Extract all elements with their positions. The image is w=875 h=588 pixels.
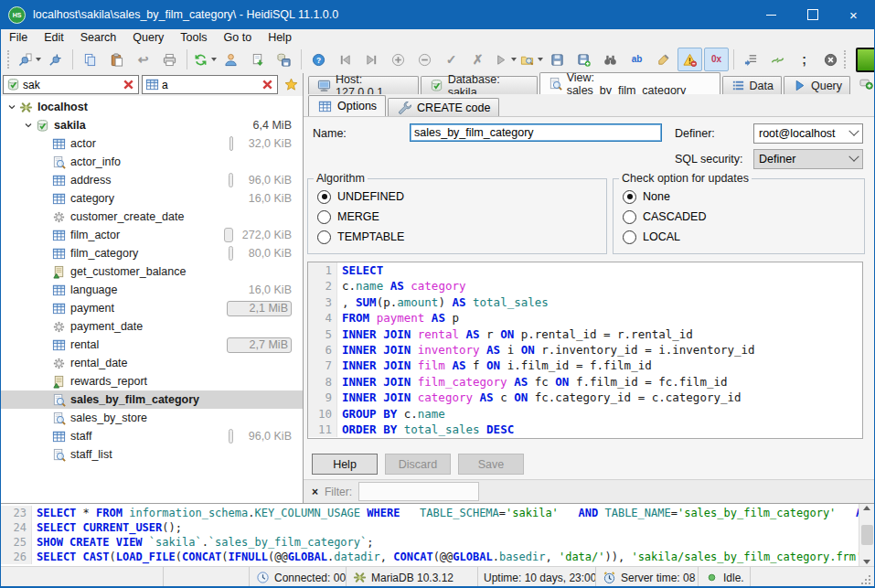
filter-close-icon[interactable]: × [312, 486, 318, 498]
session-manager-button[interactable] [16, 48, 41, 71]
toolbar-grip[interactable] [844, 50, 848, 69]
log-scrollbar[interactable] [859, 504, 874, 566]
favorites-button[interactable] [281, 75, 301, 94]
tree-item-rewards_report[interactable]: rewards_report [1, 372, 303, 390]
check-option-radio-local[interactable]: LOCAL [614, 227, 864, 247]
semicolon-delimiter-button[interactable]: ; [792, 48, 816, 71]
add-record-button[interactable] [386, 48, 411, 71]
table-filter-input[interactable] [162, 79, 258, 91]
chevron-down-icon[interactable] [21, 120, 35, 131]
tree-item-sakila[interactable]: sakila6,4 MiB [1, 116, 303, 134]
undo-button[interactable]: ↩ [131, 48, 155, 71]
stop-button[interactable] [818, 48, 843, 71]
sql-log-panel[interactable]: 23SELECT * FROM information_schema.KEY_C… [1, 503, 874, 566]
definer-select[interactable]: root@localhost [753, 123, 863, 144]
tree-item-rental_date[interactable]: rental_date [1, 354, 303, 372]
scroll-thumb[interactable] [861, 525, 873, 545]
reconnect-button[interactable] [765, 48, 790, 71]
tree-item-film_actor[interactable]: film_actor272,0 KiB [1, 226, 303, 244]
algorithm-radio-temptable[interactable]: TEMPTABLE [308, 227, 606, 247]
tree-item-staff_list[interactable]: staff_list [1, 445, 303, 464]
discard-button[interactable]: Discard [385, 454, 451, 475]
tree-item-address[interactable]: address96,0 KiB [1, 171, 303, 189]
menu-item-search[interactable]: Search [72, 30, 125, 45]
subtab-create-code[interactable]: CREATE code [388, 98, 499, 116]
save-sql-as-button[interactable] [571, 48, 596, 71]
user-manager-button[interactable] [219, 48, 243, 71]
tree-item-payment_date[interactable]: payment_date [1, 317, 303, 336]
menu-item-query[interactable]: Query [124, 30, 172, 45]
menu-item-tools[interactable]: Tools [172, 30, 215, 45]
view-sql-editor[interactable]: 1SELECT2c.name AS category3, SUM(p.amoun… [307, 262, 863, 439]
check-option-radio-cascaded[interactable]: CASCADED [614, 207, 864, 227]
menu-item-help[interactable]: Help [260, 30, 300, 45]
dropdown-arrow-icon[interactable] [36, 58, 41, 61]
warn-unsafe-toggle-button[interactable] [678, 48, 702, 71]
tab-view-sales-by-film-category[interactable]: View: sales_by_film_category [539, 72, 720, 94]
tab-query[interactable]: Query [784, 76, 850, 94]
save-snapshot-button[interactable] [272, 48, 296, 71]
maximize-button[interactable] [792, 0, 833, 29]
last-record-button[interactable] [359, 48, 384, 71]
algorithm-radio-undefined[interactable]: UNDEFINED [308, 187, 606, 207]
copy-button[interactable] [78, 48, 102, 71]
indent-button[interactable] [739, 48, 763, 71]
subtab-options[interactable]: Options [308, 95, 386, 116]
tab-host-127-0-0-1[interactable]: Host: 127.0.0.1 [308, 76, 419, 94]
tab-data[interactable]: Data [722, 76, 782, 94]
close-button[interactable]: × [833, 0, 874, 29]
dropdown-arrow-icon[interactable] [211, 58, 217, 61]
cancel-changes-button[interactable]: ✗ [465, 48, 490, 71]
tree-item-language[interactable]: language16,0 KiB [1, 281, 303, 299]
tab-database-sakila[interactable]: Database: sakila [421, 76, 538, 94]
sql-security-select[interactable]: Definer [753, 149, 863, 169]
save-button[interactable]: Save [458, 454, 524, 475]
tree-item-actor_info[interactable]: actor_info [1, 153, 303, 171]
refresh-button[interactable] [192, 48, 217, 71]
remove-record-button[interactable] [412, 48, 437, 71]
scroll-up-icon[interactable] [863, 506, 870, 510]
load-sql-file-button[interactable] [518, 48, 543, 71]
tree-item-actor[interactable]: actor32,0 KiB [1, 134, 303, 153]
filter-input[interactable] [358, 482, 479, 501]
check-option-radio-none[interactable]: None [614, 187, 864, 207]
find-text-button[interactable] [598, 48, 623, 71]
menu-item-edit[interactable]: Edit [36, 30, 72, 45]
tree-item-category[interactable]: category16,0 KiB [1, 189, 303, 208]
dropdown-arrow-icon[interactable] [511, 58, 517, 61]
disconnect-button[interactable] [43, 48, 68, 71]
tree-item-staff[interactable]: staff96,0 KiB [1, 427, 303, 445]
scroll-down-icon[interactable] [863, 560, 870, 564]
tree-item-sales_by_film_category[interactable]: sales_by_film_category [1, 390, 303, 409]
paste-button[interactable] [104, 48, 129, 71]
donate-button[interactable]: Donate [856, 48, 875, 72]
tree-item-localhost[interactable]: localhost [1, 98, 303, 116]
algorithm-radio-merge[interactable]: MERGE [308, 207, 606, 227]
export-database-button[interactable] [245, 48, 270, 71]
tree-item-film_category[interactable]: film_category80,0 KiB [1, 244, 303, 262]
tree-item-payment[interactable]: payment2,1 MiB [1, 299, 303, 317]
toolbar-grip[interactable] [7, 50, 12, 69]
new-query-tab-button[interactable] [859, 75, 874, 92]
print-button[interactable] [157, 48, 182, 71]
dropdown-arrow-icon[interactable] [538, 58, 543, 61]
first-record-button[interactable] [333, 48, 357, 71]
save-sql-button[interactable] [545, 48, 570, 71]
menu-item-go-to[interactable]: Go to [216, 30, 261, 45]
tree-item-customer_create_date[interactable]: customer_create_date [1, 208, 303, 226]
help-button[interactable]: ? [306, 48, 331, 71]
reformat-sql-button[interactable] [651, 48, 676, 71]
database-filter-input[interactable] [23, 79, 119, 91]
apply-changes-button[interactable]: ✓ [439, 48, 464, 71]
help-button[interactable]: Help [312, 454, 378, 475]
minimize-button[interactable] [751, 0, 792, 29]
tree-item-sales_by_store[interactable]: sales_by_store [1, 409, 303, 427]
execute-sql-button[interactable] [492, 48, 517, 71]
resize-grip[interactable] [869, 583, 870, 584]
tree-item-get_customer_balance[interactable]: get_customer_balance [1, 262, 303, 281]
chevron-down-icon[interactable] [5, 102, 18, 112]
tree-item-rental[interactable]: rental2,7 MiB [1, 336, 303, 354]
replace-text-button[interactable]: ab [624, 48, 649, 71]
menu-item-file[interactable]: File [1, 30, 36, 45]
hex-view-toggle-button[interactable]: 0x [704, 48, 729, 71]
